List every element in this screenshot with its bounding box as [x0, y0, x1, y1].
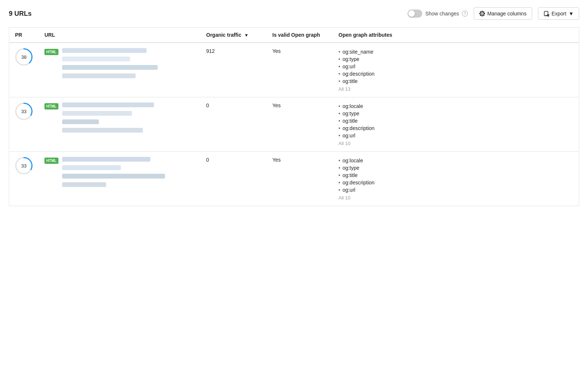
export-icon	[544, 11, 549, 17]
help-icon[interactable]: ?	[462, 11, 468, 17]
export-dropdown-arrow: ▼	[569, 11, 574, 17]
show-changes-control: Show changes ?	[408, 10, 468, 18]
pr-value: 33	[21, 163, 26, 169]
col-header-og-valid: Is valid Open graph	[266, 28, 333, 43]
og-valid-value: Yes	[272, 48, 281, 54]
svg-rect-0	[544, 11, 548, 16]
og-valid-value: Yes	[272, 102, 281, 108]
og-attribute-item: og:url	[338, 186, 573, 194]
og-attribute-item: og:description	[338, 125, 573, 132]
og-attributes-list: og:site_nameog:typeog:urlog:descriptiono…	[338, 48, 573, 85]
og-attribute-item: og:description	[338, 179, 573, 186]
og-attribute-item: og:title	[338, 117, 573, 125]
og-attributes-list: og:localeog:typeog:titleog:descriptionog…	[338, 102, 573, 139]
main-table: PR URL Organic traffic ▼ Is valid Open g…	[9, 27, 579, 206]
pr-value: 33	[21, 109, 26, 114]
export-label: Export	[552, 11, 566, 17]
og-attribute-item: og:type	[338, 55, 573, 63]
og-all-count: All 10	[338, 195, 573, 201]
pr-circle: 33	[15, 102, 33, 120]
url-blurred	[62, 157, 165, 189]
traffic-value: 0	[206, 157, 209, 163]
export-button[interactable]: Export ▼	[538, 7, 579, 20]
table-row: 38 HTML 912Yesog:site_nameog:typeog:urlo…	[9, 43, 579, 97]
url-cell: HTML	[44, 102, 194, 135]
toolbar: 9 URLs Show changes ? Manage columns E	[9, 7, 579, 20]
col-header-url: URL	[39, 28, 200, 43]
col-header-traffic[interactable]: Organic traffic ▼	[200, 28, 266, 43]
url-blurred	[62, 102, 154, 135]
manage-columns-label: Manage columns	[487, 11, 527, 17]
gear-icon	[479, 11, 485, 17]
traffic-value: 0	[206, 102, 209, 108]
traffic-value: 912	[206, 48, 215, 54]
table-row: 33 HTML 0Yesog:localeog:typeog:titleog:d…	[9, 152, 579, 206]
og-attribute-item: og:locale	[338, 157, 573, 164]
og-attribute-item: og:description	[338, 70, 573, 78]
url-count: 9 URLs	[9, 10, 32, 18]
og-attribute-item: og:url	[338, 63, 573, 70]
pr-value: 38	[21, 54, 26, 60]
sort-desc-icon: ▼	[244, 33, 249, 38]
og-attribute-item: og:type	[338, 164, 573, 172]
og-attribute-item: og:type	[338, 110, 573, 117]
url-cell: HTML	[44, 157, 194, 189]
table-header-row: PR URL Organic traffic ▼ Is valid Open g…	[9, 28, 579, 43]
url-blurred	[62, 48, 158, 80]
url-cell: HTML	[44, 48, 194, 80]
og-attribute-item: og:title	[338, 78, 573, 85]
og-all-count: All 13	[338, 86, 573, 92]
toolbar-right: Show changes ? Manage columns Export ▼	[408, 7, 579, 20]
show-changes-toggle[interactable]	[408, 10, 422, 18]
table-row: 33 HTML 0Yesog:localeog:typeog:titleog:d…	[9, 97, 579, 152]
og-attributes-list: og:localeog:typeog:titleog:descriptionog…	[338, 157, 573, 194]
show-changes-label: Show changes	[425, 11, 459, 17]
manage-columns-button[interactable]: Manage columns	[474, 7, 532, 20]
content-type-badge: HTML	[44, 103, 58, 109]
pr-circle: 33	[15, 157, 33, 174]
og-attribute-item: og:site_name	[338, 48, 573, 55]
content-type-badge: HTML	[44, 49, 58, 55]
content-type-badge: HTML	[44, 158, 58, 164]
og-attribute-item: og:locale	[338, 102, 573, 110]
og-attribute-item: og:url	[338, 132, 573, 139]
col-header-og-attrs: Open graph attributes	[333, 28, 579, 43]
og-attribute-item: og:title	[338, 172, 573, 179]
col-header-pr: PR	[9, 28, 39, 43]
og-all-count: All 10	[338, 141, 573, 146]
og-valid-value: Yes	[272, 157, 281, 163]
pr-circle: 38	[15, 48, 33, 66]
